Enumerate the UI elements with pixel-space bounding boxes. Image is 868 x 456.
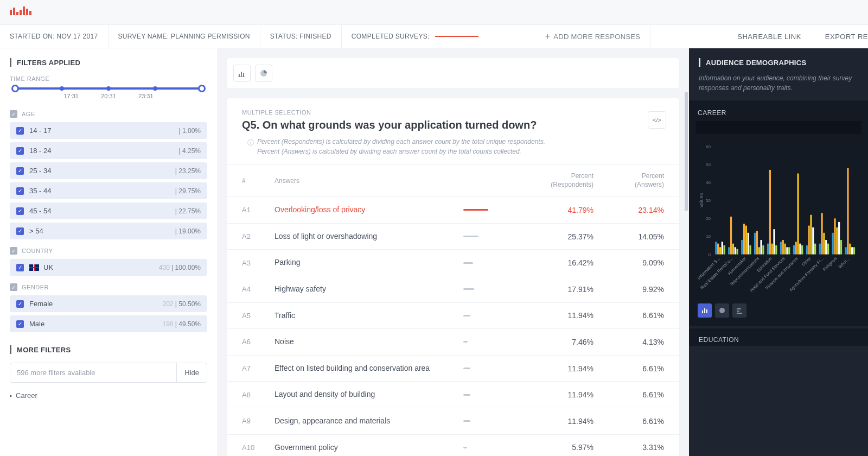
chart-pie-icon[interactable] [715,303,729,318]
filter-label: 35 - 44 [29,187,175,195]
svg-rect-20 [715,242,717,254]
chart-hbar-icon[interactable] [732,303,746,318]
answer-row[interactable]: A3Parking16.42%9.09% [227,249,679,276]
svg-rect-27 [730,217,732,255]
answer-bar [463,209,488,211]
svg-rect-88 [706,309,707,313]
svg-rect-21 [717,244,719,255]
svg-rect-42 [762,245,764,255]
demographics-desc: Information on your audience, combining … [689,73,868,100]
svg-rect-35 [748,233,749,255]
answer-row[interactable]: A10Government policy5.97%3.31% [227,434,679,456]
question-note: Percent (Respondents) is calculated by d… [242,137,664,156]
filter-row[interactable]: ✓25 - 34| 23.25% [10,162,207,179]
answer-row[interactable]: A2Loss of light or overshadowing25.37%14… [227,223,679,250]
svg-rect-77 [838,222,840,255]
triangle-right-icon: ▸ [10,392,12,398]
filter-row[interactable]: ✓35 - 44| 29.75% [10,182,207,199]
answer-row[interactable]: A6Noise7.46%4.13% [227,328,679,355]
country-group-label[interactable]: ✓ COUNTRY [10,247,207,255]
svg-text:10: 10 [706,234,711,239]
filter-row[interactable]: ✓45 - 54| 22.75% [10,202,207,219]
age-group-label[interactable]: ✓ AGE [10,110,207,118]
svg-rect-52 [784,244,786,255]
svg-rect-28 [732,244,734,255]
answer-bar [463,262,473,264]
col-percent-respondents: Percent(Respondents) [523,172,593,189]
svg-rect-47 [773,229,775,254]
filter-row[interactable]: ✓18 - 24| 4.25% [10,142,207,159]
svg-rect-84 [853,247,855,254]
answer-row[interactable]: A1Overlooking/loss of privacy41.79%23.14… [227,197,679,223]
filter-row[interactable]: ✓Female202 | 50.50% [10,295,207,312]
embed-code-button[interactable]: </> [648,111,666,129]
checkbox-icon: ✓ [16,147,24,155]
svg-rect-76 [836,227,838,255]
filter-label: 25 - 34 [29,167,175,175]
svg-rect-74 [832,233,834,255]
svg-rect-24 [724,245,725,255]
bar-chart-icon[interactable] [233,65,251,82]
filter-row[interactable]: ✓> 54| 19.00% [10,223,207,239]
answer-row[interactable]: A5Traffic11.94%6.61% [227,302,679,329]
svg-rect-6 [29,11,31,15]
answer-row[interactable]: A4Highway safety17.91%9.92% [227,276,679,302]
answer-row[interactable]: A7Effect on listed building and conserva… [227,355,679,382]
info-bar: STARTED ON: NOV 17 2017 SURVEY NAME: PLA… [0,24,868,48]
question-type: MULTIPLE SELECTION [242,109,664,116]
svg-text:50: 50 [706,162,711,167]
answer-bar [463,315,470,316]
svg-rect-59 [799,244,801,255]
demographics-panel: AUDIENCE DEMOGRAPHICS Information on you… [689,48,868,456]
percent-answers: 3.31% [593,443,664,452]
svg-rect-23 [722,242,723,254]
filter-stat: | 23.25% [175,167,201,175]
career-expand[interactable]: ▸ Career [10,391,207,400]
add-more-responses-button[interactable]: + ADD MORE RESPONSES [535,25,651,48]
filter-label: 18 - 24 [29,147,179,155]
col-num: # [242,177,275,185]
svg-rect-63 [808,226,810,255]
svg-rect-34 [745,226,747,255]
filter-row[interactable]: ✓UK400 | 100.00% [10,259,207,276]
svg-rect-78 [840,240,842,254]
flag-uk-icon [29,264,39,271]
answer-row[interactable]: A8Layout and density of building11.94%6.… [227,381,679,408]
answer-id: A9 [242,417,275,425]
completed-label: COMPLETED SURVEYS: [352,33,430,40]
gender-group-label[interactable]: ✓ GENDER [10,283,207,291]
answer-row[interactable]: A9Design, appearance and materials11.94%… [227,408,679,434]
svg-text:Religious: Religious [822,256,838,272]
pie-chart-icon[interactable] [255,65,272,82]
question-panel: MULTIPLE SELECTION Q5. On what grounds w… [217,48,689,456]
filter-row[interactable]: ✓Male198 | 49.50% [10,315,207,332]
svg-rect-40 [758,247,760,254]
filter-stat: 198 | 49.50% [162,320,201,328]
svg-rect-7 [239,74,240,77]
more-filters-title: MORE FILTERS [10,345,207,354]
time-range-slider[interactable]: . 17:31 20:31 23:31 . [10,87,207,99]
checkbox-icon: ✓ [16,187,24,195]
percent-respondents: 11.94% [523,364,593,373]
hide-filters-button[interactable]: Hide [176,363,207,382]
svg-text:20: 20 [706,216,711,221]
percent-respondents: 41.79% [523,206,593,214]
svg-rect-60 [801,245,803,255]
svg-rect-30 [736,249,738,255]
percent-respondents: 7.46% [523,338,593,346]
filter-row[interactable]: ✓14 - 17| 1.00% [10,122,207,139]
checkbox-icon: ✓ [16,127,24,135]
answer-id: A6 [242,338,275,346]
survey-name: SURVEY NAME: PLANNING PERMISSION [108,25,260,48]
export-report[interactable]: EXPORT RE [813,33,868,41]
answer-id: A3 [242,259,275,267]
shareable-link[interactable]: SHAREABLE LINK [725,33,813,41]
time-tick: 17:31 [53,93,90,99]
scrollbar[interactable] [685,92,688,211]
filter-stat: | 1.00% [179,127,201,135]
more-filters-input[interactable] [10,363,176,382]
chart-bar-icon[interactable] [698,303,712,318]
percent-answers: 4.13% [593,338,664,346]
filter-stat: | 4.25% [179,147,201,155]
svg-rect-4 [23,7,25,15]
